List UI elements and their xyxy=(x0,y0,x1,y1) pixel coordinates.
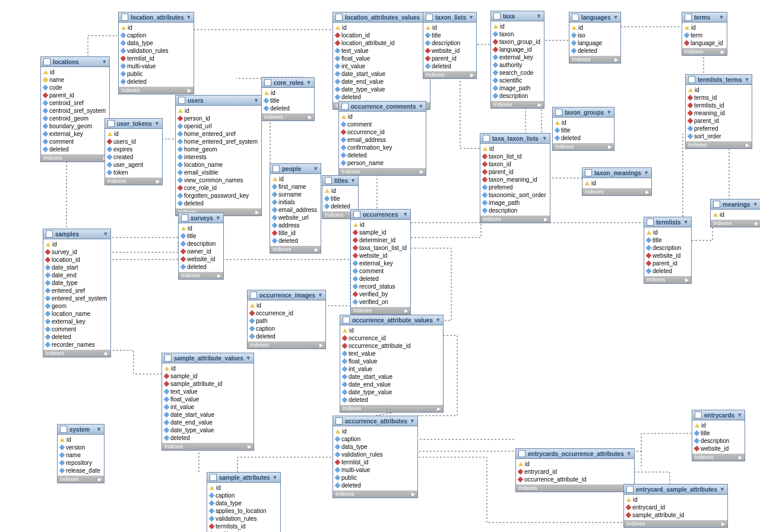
column-name[interactable]: name xyxy=(59,451,102,459)
column-description[interactable]: description xyxy=(492,92,542,100)
column-home_geom[interactable]: home_geom xyxy=(177,145,259,153)
column-date_start_value[interactable]: date_start_value xyxy=(163,411,251,419)
column-first_name[interactable]: first_name xyxy=(271,183,318,191)
column-deleted[interactable]: deleted xyxy=(340,151,423,159)
table-header[interactable]: location_attributes_values▼ xyxy=(333,12,430,23)
table-header[interactable]: samples▼ xyxy=(43,229,110,239)
column-text_value[interactable]: text_value xyxy=(163,388,251,395)
table-taxon_groups[interactable]: taxon_groups▼idtitledeletedIndexes▶ xyxy=(552,107,615,151)
column-meaning_id[interactable]: meaning_id xyxy=(687,109,749,117)
column-id[interactable]: id xyxy=(554,119,612,126)
column-applies_to_location[interactable]: applies_to_location xyxy=(208,507,278,515)
column-id[interactable]: id xyxy=(352,221,408,229)
column-person_id[interactable]: person_id xyxy=(177,115,259,122)
table-header[interactable]: sample_attributes▼ xyxy=(207,473,280,483)
table-entrycards_occurrence_attributes[interactable]: entrycards_occurrence_attributes▼identry… xyxy=(515,448,635,492)
table-people[interactable]: people▼idfirst_namesurnameinitialsemail_… xyxy=(270,163,321,254)
table-header[interactable]: taxa▼ xyxy=(491,11,544,21)
column-version[interactable]: version xyxy=(59,444,102,451)
table-terms[interactable]: terms▼idtermlanguage_idIndexes▶ xyxy=(682,12,727,56)
column-terms_id[interactable]: terms_id xyxy=(687,94,749,102)
table-header[interactable]: languages▼ xyxy=(569,12,620,23)
table-header[interactable]: surveys▼ xyxy=(179,213,223,223)
column-id[interactable]: id xyxy=(324,187,356,195)
column-release_date[interactable]: release_date xyxy=(59,467,102,474)
collapse-icon[interactable]: ▼ xyxy=(744,77,749,83)
table-header[interactable]: users▼ xyxy=(176,96,261,106)
column-deleted[interactable]: deleted xyxy=(120,78,191,86)
indexes-footer[interactable]: Indexes▶ xyxy=(692,454,745,461)
column-description[interactable]: description xyxy=(180,240,221,248)
column-external_key[interactable]: external_key xyxy=(492,53,542,61)
column-repository[interactable]: repository xyxy=(59,459,102,467)
collapse-icon[interactable]: ▼ xyxy=(350,178,356,183)
column-deleted[interactable]: deleted xyxy=(45,333,108,341)
column-verified_by[interactable]: verified_by xyxy=(352,290,408,298)
column-preferred[interactable]: preferred xyxy=(482,183,547,191)
indexes-footer[interactable]: Indexes▶ xyxy=(43,350,110,357)
table-header[interactable]: termlists▼ xyxy=(644,217,691,227)
table-header[interactable]: taxon_meanings▼ xyxy=(582,168,651,178)
column-deleted[interactable]: deleted xyxy=(334,482,415,489)
column-id[interactable]: id xyxy=(712,211,758,218)
column-deleted[interactable]: deleted xyxy=(249,332,323,340)
column-title[interactable]: title xyxy=(645,236,689,244)
column-external_key[interactable]: external_key xyxy=(42,130,107,138)
indexes-footer[interactable]: Indexes▶ xyxy=(41,154,109,162)
table-occurrence_attributes[interactable]: occurrence_attributes▼idcaptiondata_type… xyxy=(332,416,418,498)
indexes-footer[interactable]: Indexes▶ xyxy=(711,220,760,227)
column-float_value[interactable]: float_value xyxy=(334,55,428,62)
column-taxonomic_sort_order[interactable]: taxonomic_sort_order xyxy=(482,191,547,199)
collapse-icon[interactable]: ▼ xyxy=(103,231,108,237)
column-title[interactable]: title xyxy=(324,195,356,202)
table-header[interactable]: occurrence_attribute_values▼ xyxy=(340,315,443,325)
column-description[interactable]: description xyxy=(645,244,689,252)
column-location_id[interactable]: location_id xyxy=(45,256,108,264)
column-id[interactable]: id xyxy=(263,89,312,97)
table-header[interactable]: occurrence_images▼ xyxy=(248,290,325,300)
column-website_id[interactable]: website_id xyxy=(352,252,408,259)
table-surveys[interactable]: surveys▼idtitledescriptionowner_idwebsit… xyxy=(178,213,224,280)
table-header[interactable]: titles▼ xyxy=(322,176,358,186)
collapse-icon[interactable]: ▼ xyxy=(753,201,758,207)
indexes-footer[interactable]: Indexes▶ xyxy=(351,307,410,314)
column-id[interactable]: id xyxy=(177,107,259,115)
indexes-footer[interactable]: Indexes▶ xyxy=(491,101,544,108)
table-languages[interactable]: languages▼idisolanguagedeletedIndexes▶ xyxy=(569,12,621,64)
column-website_id[interactable]: website_id xyxy=(645,252,689,259)
table-header[interactable]: taxon_lists▼ xyxy=(423,12,476,23)
column-view_common_names[interactable]: view_common_names xyxy=(177,176,259,184)
column-owner_id[interactable]: owner_id xyxy=(180,248,221,255)
column-date_start_value[interactable]: date_start_value xyxy=(341,373,441,381)
column-core_role_id[interactable]: core_role_id xyxy=(177,184,259,192)
table-location_attributes[interactable]: location_attributes▼idcaptiondata_typeva… xyxy=(118,12,194,94)
table-users[interactable]: users▼idperson_idopenid_urlhome_entered_… xyxy=(175,95,262,216)
column-multi-value[interactable]: multi-value xyxy=(334,466,415,474)
column-comment[interactable]: comment xyxy=(45,325,108,333)
indexes-footer[interactable]: Indexes▶ xyxy=(119,87,194,94)
column-id[interactable]: id xyxy=(687,86,749,94)
table-occurrence_attribute_values[interactable]: occurrence_attribute_values▼idoccurrence… xyxy=(340,315,444,413)
table-meanings[interactable]: meanings▼idIndexes▶ xyxy=(710,199,760,227)
collapse-icon[interactable]: ▼ xyxy=(216,215,221,221)
table-header[interactable]: occurrences▼ xyxy=(351,210,410,220)
column-validation_rules[interactable]: validation_rules xyxy=(208,515,278,522)
column-external_key[interactable]: external_key xyxy=(352,259,408,267)
table-header[interactable]: occurrence_attributes▼ xyxy=(333,416,417,426)
indexes-footer[interactable]: Indexes▶ xyxy=(624,520,727,527)
column-location_id[interactable]: location_id xyxy=(334,31,428,39)
table-taxa_taxon_lists[interactable]: taxa_taxon_lists▼idtaxon_list_idtaxon_id… xyxy=(480,133,550,223)
column-validation_rules[interactable]: validation_rules xyxy=(120,47,191,55)
indexes-footer[interactable]: Indexes▶ xyxy=(270,246,321,253)
column-users_id[interactable]: users_id xyxy=(106,138,160,145)
table-occurrences[interactable]: occurrences▼idsample_iddeterminer_idtaxa… xyxy=(350,209,411,315)
column-id[interactable]: id xyxy=(341,327,441,334)
column-interests[interactable]: interests xyxy=(177,153,259,161)
collapse-icon[interactable]: ▼ xyxy=(613,14,618,20)
column-id[interactable]: id xyxy=(492,23,542,30)
collapse-icon[interactable]: ▼ xyxy=(102,59,107,65)
column-entrycard_id[interactable]: entrycard_id xyxy=(625,504,725,511)
column-location_name[interactable]: location_name xyxy=(177,161,259,169)
collapse-icon[interactable]: ▼ xyxy=(737,412,742,418)
table-entrycard_sample_attributes[interactable]: entrycard_sample_attributes▼identrycard_… xyxy=(623,484,728,528)
